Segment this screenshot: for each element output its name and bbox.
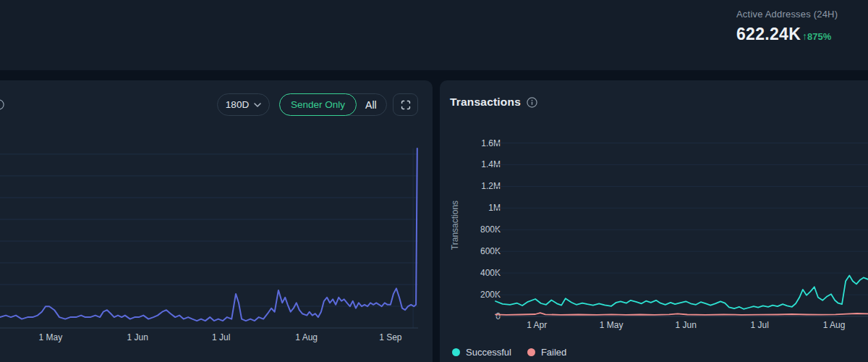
chart-legend: Successful Failed	[452, 347, 566, 358]
x-axis-tick-label: 1 May	[39, 332, 63, 342]
x-axis-tick-label: 1 Jun	[127, 332, 148, 342]
legend-label-failed: Failed	[541, 347, 566, 358]
x-axis-tick-label: 1 May	[600, 320, 624, 330]
addresses-line-chart[interactable]	[0, 138, 418, 337]
legend-item-successful[interactable]: Successful	[452, 347, 511, 358]
stat-delta-value: 875%	[807, 31, 831, 42]
x-axis-tick-label: 1 Aug	[823, 320, 846, 330]
chevron-down-icon	[254, 103, 261, 107]
legend-item-failed[interactable]: Failed	[527, 347, 566, 358]
transactions-chart-area[interactable]	[495, 134, 868, 322]
y-axis-title: Transactions	[450, 201, 460, 250]
toggle-option-sender-only-label: Sender Only	[291, 99, 345, 110]
range-dropdown-label: 180D	[226, 99, 249, 110]
transactions-panel: Transactions Transactions 1.6M1.4M1.2M1M…	[440, 80, 868, 362]
x-axis-tick-label: 1 Jun	[675, 320, 696, 330]
y-axis-title-wrap: Transactions	[450, 134, 460, 316]
x-axis-tick-label: 1 Sep	[379, 332, 401, 342]
transactions-line-chart[interactable]	[495, 134, 868, 322]
info-icon[interactable]	[527, 97, 537, 108]
stat-delta: ↑ 875%	[802, 30, 831, 42]
fullscreen-button[interactable]	[393, 93, 418, 116]
stat-label: Active Addresses (24H)	[736, 9, 838, 20]
toggle-option-all[interactable]: All	[356, 94, 386, 115]
transactions-header: Transactions	[450, 96, 537, 109]
addresses-chart-area[interactable]	[0, 138, 418, 337]
addresses-x-axis: 1 May1 Jun1 Jul1 Aug1 Sep	[0, 332, 418, 344]
legend-dot-failed	[527, 348, 535, 356]
x-axis-tick-label: 1 Jul	[212, 332, 230, 342]
stat-value: 622.24K	[736, 25, 801, 44]
legend-label-successful: Successful	[466, 347, 511, 358]
toggle-option-all-label: All	[365, 99, 377, 111]
x-axis-tick-label: 1 Aug	[295, 332, 318, 342]
x-axis-tick-label: 1 Jul	[750, 320, 768, 330]
toggle-option-sender-only[interactable]: Sender Only	[279, 93, 357, 116]
x-axis-tick-label: 1 Apr	[527, 320, 547, 330]
transactions-x-axis: 1 Apr1 May1 Jun1 Jul1 Aug	[495, 320, 868, 332]
sender-toggle-group: Sender Only All	[279, 93, 387, 116]
active-addresses-stat: Active Addresses (24H) 622.24K ↑ 875%	[736, 9, 838, 44]
info-icon[interactable]	[0, 99, 4, 110]
panel-title: Transactions	[450, 96, 521, 109]
up-arrow-icon: ↑	[802, 30, 807, 42]
transactions-y-axis: 1.6M1.4M1.2M1M800K600K400K200K0	[460, 134, 501, 322]
fullscreen-icon	[401, 100, 411, 110]
range-dropdown[interactable]: 180D	[217, 93, 270, 116]
active-addresses-panel: 180D Sender Only All 1 May1 Jun1 Jul1 Au…	[0, 80, 433, 362]
top-header: Active Addresses (24H) 622.24K ↑ 875%	[0, 0, 868, 70]
legend-dot-successful	[452, 348, 460, 356]
